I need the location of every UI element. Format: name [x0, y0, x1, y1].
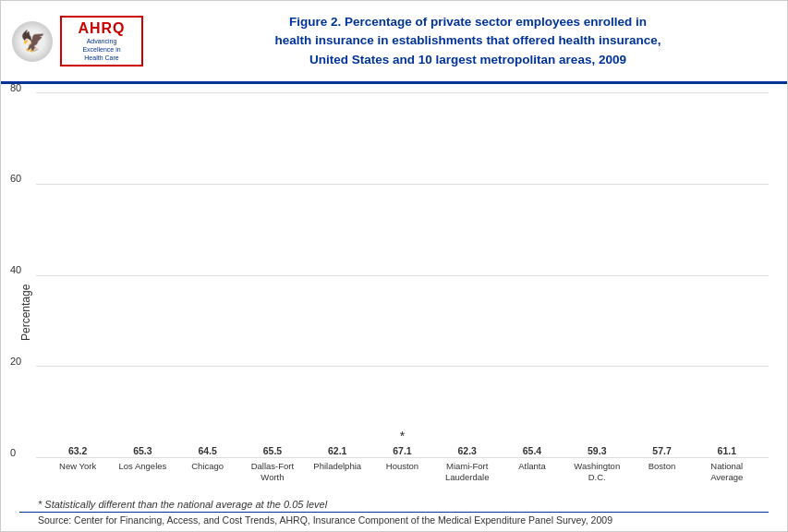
bar-group: 65.5	[240, 93, 305, 458]
bar-value-label: 62.1	[328, 445, 346, 456]
gridline-label: 40	[10, 264, 21, 275]
page-container: 🦅 AHRQ AdvancingExcellence inHealth Care…	[0, 0, 788, 532]
gridline-label: 60	[10, 173, 21, 184]
x-axis-label: Philadelphia	[313, 461, 361, 472]
x-label-group: Miami-FortLauderdale	[435, 458, 500, 495]
bar-value-label: 63.2	[68, 445, 87, 456]
x-axis-label: Los Angeles	[119, 461, 167, 472]
bar-value-label: 62.3	[458, 445, 477, 456]
x-axis-label: Dallas-FortWorth	[251, 461, 294, 483]
ahrq-subtitle: AdvancingExcellence inHealth Care	[82, 37, 120, 62]
bar-group: 63.2	[45, 93, 110, 458]
bar-value-label: 65.3	[133, 445, 152, 456]
gridline-label: 80	[10, 82, 21, 93]
bar: 62.1	[313, 445, 361, 458]
x-axis-label: Houston	[386, 461, 418, 472]
chart-plot: 020406080 63.265.364.565.562.1*67.162.36…	[36, 93, 769, 495]
significance-star: *	[400, 429, 405, 443]
x-axis-label: Boston	[649, 461, 676, 472]
ahrq-title: AHRQ	[78, 20, 125, 37]
logo-area: 🦅 AHRQ AdvancingExcellence inHealth Care	[12, 16, 160, 66]
x-axis-label: Atlanta	[518, 461, 546, 472]
bar-group: 59.3	[564, 93, 629, 458]
bar-group: 62.1	[305, 93, 370, 458]
bar: 63.2	[54, 445, 102, 458]
bar: 65.5	[249, 445, 297, 458]
x-label-group: Atlanta	[500, 458, 564, 495]
bar-group: *67.1	[370, 93, 434, 458]
x-label-group: Chicago	[176, 458, 240, 495]
bar-group: 65.4	[500, 93, 564, 458]
bar: 61.1	[703, 445, 751, 458]
bar: 57.7	[638, 445, 686, 458]
x-axis-label: New York	[59, 461, 96, 472]
x-label-group: Dallas-FortWorth	[240, 458, 305, 495]
bar-group: 64.5	[176, 93, 240, 458]
bar-group: 61.1	[695, 93, 759, 458]
bar-value-label: 57.7	[652, 445, 671, 456]
gridline-label: 0	[10, 447, 16, 458]
bar-value-label: 67.1	[393, 445, 411, 456]
bar: 65.4	[508, 445, 556, 458]
bar-value-label: 65.5	[263, 445, 282, 456]
header: 🦅 AHRQ AdvancingExcellence inHealth Care…	[1, 1, 787, 84]
ahrq-logo: AHRQ AdvancingExcellence inHealth Care	[60, 16, 143, 66]
bar-value-label: 59.3	[588, 445, 606, 456]
x-label-group: Houston	[370, 458, 434, 495]
x-label-group: WashingtonD.C.	[564, 458, 629, 495]
bar: 64.5	[184, 445, 232, 458]
bar-group: 62.3	[435, 93, 500, 458]
gridline-label: 20	[10, 356, 21, 367]
footnote: * Statistically different than the natio…	[19, 495, 769, 510]
bar-value-label: 64.5	[198, 445, 216, 456]
x-label-group: Philadelphia	[305, 458, 370, 495]
bar: 62.3	[443, 445, 491, 458]
bar-value-label: 61.1	[718, 445, 736, 456]
x-label-group: Los Angeles	[110, 458, 175, 495]
x-axis-label: Chicago	[191, 461, 224, 472]
x-label-group: Boston	[629, 458, 694, 495]
x-axis-label: National Average	[695, 461, 759, 483]
source: Source: Center for Financing, Access, an…	[19, 512, 769, 531]
hhs-eagle-icon: 🦅	[12, 21, 53, 62]
chart-inner: Percentage 020406080 63.265.364.565.562.…	[19, 93, 769, 495]
bar: 65.3	[118, 445, 166, 458]
bar-group: 65.3	[110, 93, 175, 458]
bar: *67.1	[378, 445, 426, 458]
bars-area: 63.265.364.565.562.1*67.162.365.459.357.…	[36, 93, 769, 458]
x-axis-label: WashingtonD.C.	[574, 461, 620, 483]
bar-group: 57.7	[629, 93, 694, 458]
x-axis-label: Miami-FortLauderdale	[445, 461, 490, 483]
x-axis-labels: New YorkLos AngelesChicagoDallas-FortWor…	[36, 458, 769, 495]
chart-container: Percentage 020406080 63.265.364.565.562.…	[1, 84, 787, 531]
y-axis-label: Percentage	[19, 93, 32, 495]
bar: 59.3	[573, 445, 621, 458]
x-label-group: National Average	[695, 458, 759, 495]
bar-value-label: 65.4	[523, 445, 541, 456]
x-label-group: New York	[45, 458, 110, 495]
chart-title: Figure 2. Percentage of private sector e…	[160, 13, 776, 69]
